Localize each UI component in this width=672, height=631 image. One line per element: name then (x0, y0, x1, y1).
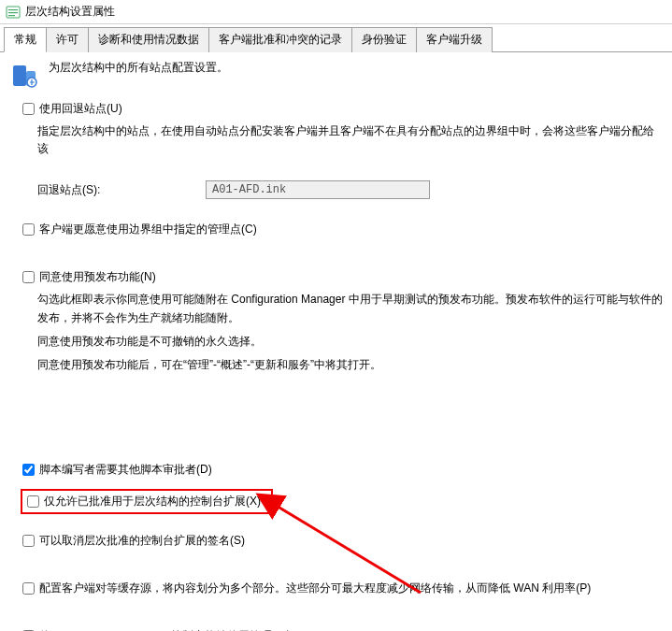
peer-cache-label: 配置客户端对等缓存源，将内容划分为多个部分。这些部分可最大程度减少网络传输，从而… (39, 581, 591, 596)
title-bar: 层次结构设置属性 (0, 0, 672, 24)
tab-strip: 常规 许可 诊断和使用情况数据 客户端批准和冲突的记录 身份验证 客户端升级 (0, 26, 672, 52)
tab-diagnostics[interactable]: 诊断和使用情况数据 (88, 27, 209, 52)
script-approve-checkbox[interactable] (22, 464, 35, 476)
client-pref-checkbox[interactable] (22, 223, 35, 236)
window-title: 层次结构设置属性 (25, 4, 115, 20)
prerelease-line2: 同意使用预发布功能是不可撤销的永久选择。 (37, 333, 663, 351)
prerelease-label: 同意使用预发布功能(N) (39, 269, 156, 285)
svg-rect-2 (8, 12, 18, 13)
tab-license[interactable]: 许可 (46, 27, 89, 52)
server-icon (9, 60, 39, 90)
hierarchy-ext-checkbox[interactable] (27, 495, 39, 508)
client-pref-label: 客户端更愿意使用边界组中指定的管理点(C) (39, 222, 257, 237)
tab-client-approval[interactable]: 客户端批准和冲突的记录 (208, 27, 352, 52)
properties-icon (6, 5, 21, 20)
svg-rect-3 (8, 15, 15, 16)
tab-content: 为层次结构中的所有站点配置设置。 使用回退站点(U) 指定层次结构中的站点，在使… (0, 52, 672, 631)
fallback-site-checkbox[interactable] (22, 103, 35, 115)
svg-rect-1 (8, 9, 18, 10)
highlighted-option: 仅允许已批准用于层次结构的控制台扩展(X) (21, 489, 273, 514)
fallback-site-input (206, 180, 430, 199)
fallback-desc: 指定层次结构中的站点，在使用自动站点分配安装客户端并且客户端不在具有分配站点的边… (37, 122, 663, 158)
header-desc: 为层次结构中的所有站点配置设置。 (49, 60, 228, 76)
peer-cache-checkbox[interactable] (22, 582, 35, 595)
hierarchy-ext-label: 仅允许已批准用于层次结构的控制台扩展(X) (44, 494, 261, 509)
revoke-sign-checkbox[interactable] (22, 535, 35, 547)
svg-rect-4 (13, 65, 26, 86)
prerelease-line1: 勾选此框即表示你同意使用可能随附在 Configuration Manager … (37, 291, 663, 308)
fallback-field-label: 回退站点(S): (37, 182, 206, 198)
script-approve-label: 脚本编写者需要其他脚本审批者(D) (39, 462, 212, 478)
tab-client-upgrade[interactable]: 客户端升级 (416, 27, 493, 52)
revoke-sign-label: 可以取消层次批准的控制台扩展的签名(S) (39, 533, 245, 549)
fallback-site-label: 使用回退站点(U) (39, 101, 122, 117)
tab-general[interactable]: 常规 (4, 27, 47, 52)
prerelease-line1b: 发布，并将不会作为生产就绪功能随附。 (37, 309, 663, 327)
prerelease-line3: 同意使用预发布功能后，可在“管理”-“概述”-“更新和服务”中将其打开。 (37, 356, 663, 374)
tab-authentication[interactable]: 身份验证 (351, 27, 417, 52)
prerelease-checkbox[interactable] (22, 271, 35, 283)
